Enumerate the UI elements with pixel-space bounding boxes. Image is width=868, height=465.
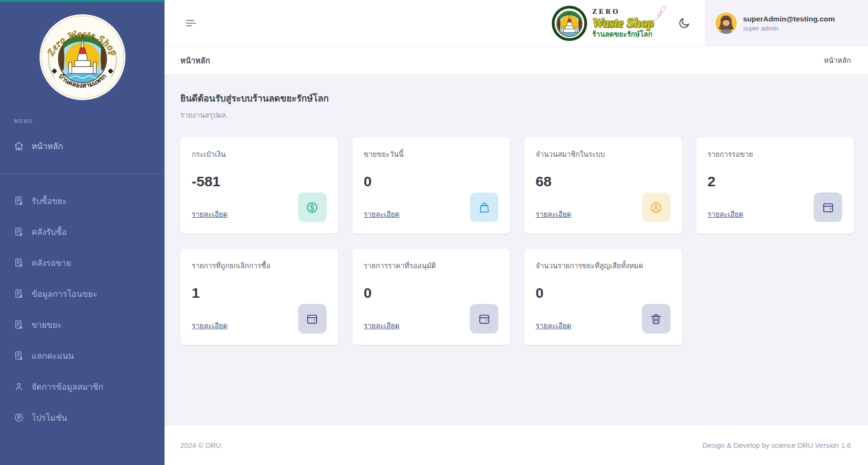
document-icon: [14, 351, 24, 361]
document-icon: [14, 320, 24, 330]
stat-card-total-waste-lost: จำนวนรายการขยะที่สูญเสียทั้งหมด 0 รายละเ…: [524, 249, 682, 345]
welcome-title: ยินดีต้อนรับสู่ระบบร้านลดขยะรักษ์โลก: [180, 91, 854, 105]
card-bottom: รายละเอียด: [364, 192, 499, 222]
user-role: super admin: [743, 25, 835, 32]
hamburger-icon: [185, 17, 197, 30]
sidebar-item-label: ข้อมูลการโอนขยะ: [31, 287, 97, 301]
user-circle-icon: [642, 192, 671, 222]
card-title: รายการราคาที่รออนุมัติ: [364, 260, 499, 272]
card-bottom: รายละเอียด: [536, 192, 671, 222]
topbar: ZERO Waste Shop ร้านลดขยะรักษ์โลก: [165, 0, 868, 46]
card-title: จำนวนรายการขยะที่สูญเสียทั้งหมด: [536, 260, 671, 272]
sidebar-item-label: จัดการข้อมูลสมาชิก: [31, 380, 103, 394]
user-menu[interactable]: superAdmin@testing.com super admin: [705, 0, 868, 46]
app-root: Zero Waste Shop บ้านคลองสามแพรก MENU หน้…: [0, 0, 868, 465]
card-value: 1: [192, 286, 327, 300]
document-icon: [14, 227, 24, 237]
menu-section-label: MENU: [14, 118, 165, 124]
sidebar-top-accent: [0, 0, 165, 2]
wallet-icon: [470, 304, 498, 334]
wallet-icon: [298, 304, 327, 334]
card-value: 2: [708, 174, 843, 189]
detail-link[interactable]: รายละเอียด: [708, 209, 744, 222]
card-value: 0: [364, 174, 499, 189]
detail-link[interactable]: รายละเอียด: [192, 320, 227, 334]
detail-link[interactable]: รายละเอียด: [364, 209, 400, 222]
stat-card-cancelled-purchases: รายการที่ถูกยกเลิกการซื้อ 1 รายละเอียด: [180, 249, 338, 345]
card-bottom: รายละเอียด: [536, 304, 671, 334]
footer-copyright: 2024 © DRU.: [180, 441, 223, 449]
sidebar-divider: [0, 173, 165, 174]
sidebar-toggle-button[interactable]: [182, 14, 200, 32]
brand-line-wasteshop: Waste Shop: [592, 16, 654, 30]
document-icon: [14, 289, 24, 299]
brand-text: ZERO Waste Shop ร้านลดขยะรักษ์โลก: [592, 8, 668, 38]
shopping-bag-icon: [470, 192, 498, 222]
detail-link[interactable]: รายละเอียด: [536, 209, 571, 222]
dark-mode-toggle[interactable]: [676, 15, 692, 31]
stat-card-sold-today: ขายขยะวันนี้ 0 รายละเอียด: [352, 137, 510, 233]
stat-card-wallet: กระเป๋าเงิน -581 รายละเอียด: [180, 137, 338, 233]
sidebar-item-waste-transfer[interactable]: ข้อมูลการโอนขยะ: [0, 278, 165, 309]
stat-cards-grid: กระเป๋าเงิน -581 รายละเอียด ขายขยะวันนี้…: [180, 137, 854, 345]
document-icon: [14, 196, 24, 206]
user-email: superAdmin@testing.com: [743, 15, 835, 23]
sidebar-item-redeem-points[interactable]: แลกคะแนน: [0, 340, 165, 371]
stat-card-members: จำนวนสมาชิกในระบบ 68 รายละเอียด: [524, 137, 682, 233]
main-content: ยินดีต้อนรับสู่ระบบร้านลดขยะรักษ์โลก ราย…: [165, 74, 868, 425]
sidebar: Zero Waste Shop บ้านคลองสามแพรก MENU หน้…: [0, 0, 165, 465]
detail-link[interactable]: รายละเอียด: [192, 209, 227, 222]
card-title: ขายขยะวันนี้: [364, 149, 499, 160]
sidebar-item-label: คลังรับซื้อ: [31, 225, 67, 239]
user-icon: [14, 382, 24, 392]
card-value: -581: [192, 174, 327, 189]
footer: 2024 © DRU. Design & Develop by science …: [165, 425, 868, 465]
sidebar-item-label: แลกคะแนน: [31, 349, 74, 363]
card-bottom: รายละเอียด: [192, 192, 327, 222]
card-title: รายการรอขาย: [708, 149, 843, 160]
card-value: 68: [536, 174, 671, 189]
stat-card-pending-price-approval: รายการราคาที่รออนุมัติ 0 รายละเอียด: [352, 249, 510, 345]
document-icon: [14, 258, 24, 268]
page-title: หน้าหลัก: [180, 54, 210, 67]
card-title: กระเป๋าเงิน: [192, 149, 327, 160]
sidebar-item-buy-waste[interactable]: รับซื้อขยะ: [0, 185, 165, 216]
wallet-icon: [814, 192, 842, 222]
brand-emblem-icon: [551, 5, 588, 41]
card-bottom: รายละเอียด: [192, 304, 327, 334]
sidebar-item-label: ขายขยะ: [31, 318, 62, 332]
footer-credit: Design & Develop by science DRU Version …: [703, 441, 851, 449]
detail-link[interactable]: รายละเอียด: [364, 320, 400, 334]
sidebar-item-label: คลังรอขาย: [31, 256, 71, 270]
sidebar-item-sell-waste[interactable]: ขายขยะ: [0, 309, 165, 340]
home-icon: [14, 141, 24, 151]
detail-link[interactable]: รายละเอียด: [536, 320, 571, 334]
brand-line-thai: ร้านลดขยะรักษ์โลก: [592, 30, 654, 38]
trash-icon: [642, 304, 671, 334]
sidebar-nav: หน้าหลัก รับซื้อขยะ คลังรับซื้อ คลังรอขา…: [0, 131, 165, 433]
sidebar-item-purchase-stock[interactable]: คลังรับซื้อ: [0, 216, 165, 247]
card-value: 0: [364, 286, 499, 300]
promotion-icon: [14, 413, 24, 423]
sidebar-item-label: โปรโมชั่น: [31, 411, 67, 425]
card-bottom: รายละเอียด: [708, 192, 843, 222]
avatar: [715, 12, 737, 34]
sidebar-item-label: รับซื้อขยะ: [31, 194, 67, 208]
welcome-subtitle: รายงานสรุปผล.: [180, 110, 854, 121]
breadcrumb[interactable]: หน้าหลัก: [824, 55, 851, 66]
card-title: จำนวนสมาชิกในระบบ: [536, 149, 671, 160]
content-column: ZERO Waste Shop ร้านลดขยะรักษ์โลก: [165, 0, 868, 465]
avatar-image: [715, 12, 737, 34]
card-title: รายการที่ถูกยกเลิกการซื้อ: [192, 260, 327, 272]
user-meta: superAdmin@testing.com super admin: [743, 15, 835, 32]
shop-logo-icon: Zero Waste Shop บ้านคลองสามแพรก: [40, 14, 125, 100]
card-value: 0: [536, 286, 671, 300]
sidebar-item-promotion[interactable]: โปรโมชั่น: [0, 402, 165, 433]
sidebar-item-manage-members[interactable]: จัดการข้อมูลสมาชิก: [0, 371, 165, 402]
sidebar-item-home[interactable]: หน้าหลัก: [0, 131, 165, 162]
shop-logo-badge[interactable]: Zero Waste Shop บ้านคลองสามแพรก: [40, 14, 125, 100]
card-bottom: รายละเอียด: [364, 304, 499, 334]
sidebar-item-pending-sale-stock[interactable]: คลังรอขาย: [0, 247, 165, 278]
sidebar-item-label: หน้าหลัก: [31, 140, 63, 153]
header-brand: ZERO Waste Shop ร้านลดขยะรักษ์โลก: [551, 5, 668, 41]
